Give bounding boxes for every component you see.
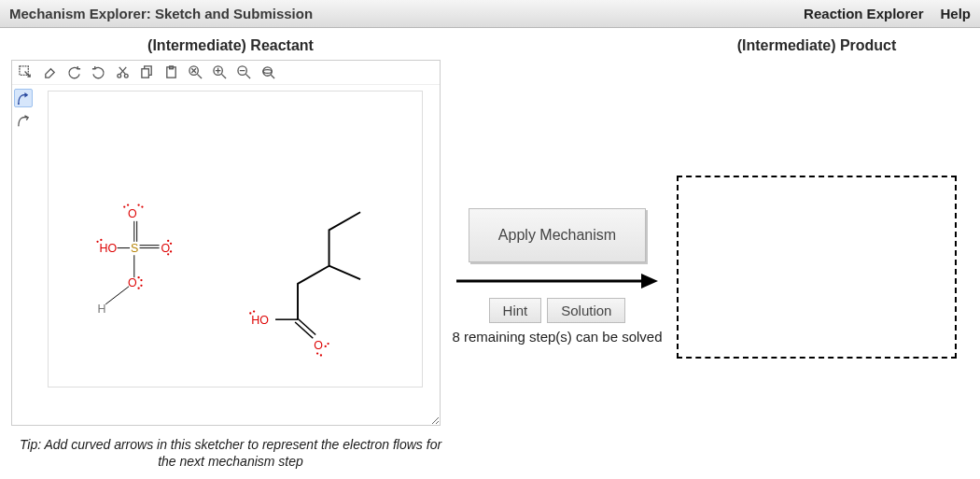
solution-button[interactable]: Solution xyxy=(547,298,625,323)
hint-button[interactable]: Hint xyxy=(489,298,542,323)
svg-point-32 xyxy=(170,250,172,252)
svg-point-31 xyxy=(167,253,169,255)
svg-point-29 xyxy=(167,240,169,242)
svg-point-34 xyxy=(100,239,102,241)
svg-point-25 xyxy=(123,205,125,207)
redo-icon[interactable] xyxy=(89,63,107,82)
cut-icon[interactable] xyxy=(113,63,132,82)
svg-text:O: O xyxy=(128,207,137,220)
svg-point-46 xyxy=(253,310,255,312)
titlebar: Mechanism Explorer: Sketch and Submissio… xyxy=(0,0,980,28)
svg-point-9 xyxy=(262,67,271,76)
zoom-in-icon[interactable] xyxy=(210,63,229,82)
svg-text:HO: HO xyxy=(251,314,269,327)
copy-icon[interactable] xyxy=(137,63,156,82)
sketcher-tip: Tip: Add curved arrows in this sketcher … xyxy=(11,437,450,470)
svg-marker-52 xyxy=(641,274,658,289)
product-heading: (Intermediate) Product xyxy=(737,37,897,54)
product-dropzone[interactable] xyxy=(677,176,957,359)
reactant-column: (Intermediate) Reactant xyxy=(11,37,450,479)
curved-arrow-two-icon[interactable] xyxy=(14,89,33,107)
svg-point-49 xyxy=(316,352,318,354)
svg-line-24 xyxy=(105,287,129,304)
svg-text:S: S xyxy=(131,242,138,255)
svg-point-30 xyxy=(170,243,172,245)
svg-line-39 xyxy=(329,266,361,279)
svg-text:HO: HO xyxy=(99,242,117,255)
zoom-out-icon[interactable] xyxy=(234,63,253,82)
svg-point-50 xyxy=(320,354,322,356)
svg-point-10 xyxy=(262,70,271,74)
remaining-steps-label: 8 remaining step(s) can be solved xyxy=(452,329,662,345)
curved-arrow-one-icon[interactable] xyxy=(14,111,33,130)
window-title: Mechanism Explorer: Sketch and Submissio… xyxy=(9,6,804,21)
svg-rect-3 xyxy=(141,69,148,77)
sketcher-panel: HO S O O O H xyxy=(11,60,441,426)
erase-tool-icon[interactable] xyxy=(40,63,59,82)
zoom-fit-icon[interactable] xyxy=(259,63,277,82)
svg-point-35 xyxy=(137,288,139,289)
product-column: (Intermediate) Product xyxy=(665,37,969,479)
svg-point-2 xyxy=(124,74,128,77)
svg-text:O: O xyxy=(161,242,171,255)
svg-point-36 xyxy=(140,285,142,287)
paste-icon[interactable] xyxy=(161,63,180,82)
svg-point-47 xyxy=(325,345,327,347)
svg-point-33 xyxy=(96,241,98,243)
reaction-explorer-link[interactable]: Reaction Explorer xyxy=(804,6,923,21)
undo-icon[interactable] xyxy=(64,63,83,82)
select-tool-icon[interactable] xyxy=(16,63,35,82)
svg-text:O: O xyxy=(314,339,323,352)
sketcher-toolbar-top xyxy=(12,61,440,85)
svg-point-45 xyxy=(249,312,251,314)
help-link[interactable]: Help xyxy=(940,6,971,21)
content: (Intermediate) Reactant xyxy=(0,28,980,479)
reactant-heading: (Intermediate) Reactant xyxy=(11,37,450,54)
svg-point-11 xyxy=(17,103,19,105)
svg-text:O: O xyxy=(128,276,137,289)
titlebar-links: Reaction Explorer Help xyxy=(804,6,971,21)
svg-point-37 xyxy=(137,276,139,278)
sketcher-toolbar-left xyxy=(12,85,36,134)
svg-point-38 xyxy=(140,279,142,281)
reaction-arrow-icon xyxy=(455,272,660,290)
controls-column: Apply Mechanism Hint Solution 8 remainin… xyxy=(450,37,665,479)
svg-text:H: H xyxy=(98,303,106,316)
svg-point-28 xyxy=(141,205,143,207)
hint-row: Hint Solution xyxy=(489,298,626,323)
zoom-reset-icon[interactable] xyxy=(186,63,204,82)
sketcher-canvas[interactable]: HO S O O O H xyxy=(48,91,423,387)
apply-mechanism-button[interactable]: Apply Mechanism xyxy=(469,208,646,262)
svg-point-26 xyxy=(127,204,129,205)
svg-point-27 xyxy=(137,204,139,205)
svg-point-1 xyxy=(117,74,120,77)
svg-point-48 xyxy=(327,343,329,345)
